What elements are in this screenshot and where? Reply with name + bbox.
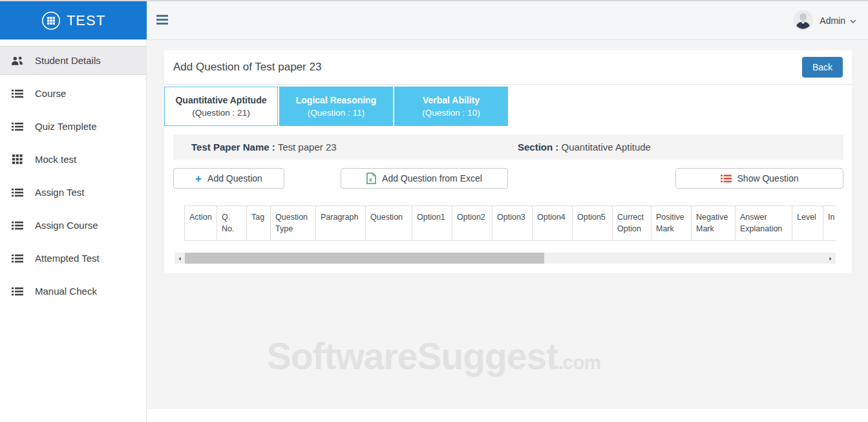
tab-question-count: (Question : 21) — [192, 107, 249, 119]
section-tabs: Quantitative Aptitude(Question : 21)Logi… — [164, 87, 852, 126]
hamburger-menu-icon[interactable] — [156, 15, 168, 25]
column-header-currect-option: Currect Option — [613, 206, 651, 241]
show-question-button[interactable]: Show Question — [675, 168, 843, 189]
logo-text: TEST — [67, 12, 105, 29]
scroll-left-icon[interactable]: ◄ — [176, 253, 183, 263]
panel-header: Add Question of Test paper 23 Back — [164, 50, 852, 85]
sidebar-item-assign-course[interactable]: Assign Course — [0, 211, 146, 240]
sidebar-item-assign-test[interactable]: Assign Test — [0, 178, 146, 207]
user-menu[interactable]: Admin — [793, 1, 856, 39]
grid-logo-icon — [41, 11, 61, 30]
main-panel: Add Question of Test paper 23 Back Quant… — [164, 50, 852, 273]
sidebar-item-label: Student Details — [35, 55, 101, 66]
topbar: TEST Admin — [0, 0, 868, 40]
content-area: Add Question of Test paper 23 Back Quant… — [147, 40, 868, 409]
list-icon — [721, 174, 732, 183]
horizontal-scrollbar[interactable]: ◄ ► — [175, 253, 836, 264]
column-header-option1: Option1 — [412, 206, 452, 241]
sidebar-item-label: Mock test — [35, 154, 76, 165]
tab-title: Logical Reasoning — [296, 94, 376, 107]
sidebar-item-course[interactable]: Course — [0, 79, 146, 108]
column-header-q-no-: Q. No. — [217, 206, 247, 241]
tab-question-count: (Question : 10) — [422, 107, 480, 119]
column-header-question-type: Question Type — [271, 206, 316, 241]
svg-text:x: x — [369, 176, 372, 183]
list-icon — [11, 89, 24, 98]
list-icon — [11, 221, 24, 230]
column-header-option5: Option5 — [573, 206, 613, 241]
column-header-level: Level — [792, 206, 823, 241]
actions-row: + Add Question x Add Question from Excel — [173, 168, 843, 189]
add-question-from-excel-button[interactable]: x Add Question from Excel — [341, 168, 508, 189]
tab-verbal-ability[interactable]: Verbal Ability(Question : 10) — [394, 87, 508, 126]
column-header-positive-mark: Positive Mark — [651, 206, 692, 241]
list-icon — [11, 287, 24, 296]
user-avatar-icon — [793, 10, 813, 30]
list-icon — [11, 122, 24, 131]
tab-question-count: (Question : 11) — [308, 107, 365, 119]
sidebar-item-student-details[interactable]: Student Details — [0, 46, 146, 75]
add-question-button[interactable]: + Add Question — [173, 168, 284, 189]
tab-quantitative-aptitude[interactable]: Quantitative Aptitude(Question : 21) — [164, 87, 278, 126]
sidebar-item-manual-check[interactable]: Manual Check — [0, 277, 146, 306]
sidebar-item-label: Course — [35, 88, 66, 99]
plus-icon: + — [195, 173, 202, 184]
question-table-wrap: ActionQ. No.TagQuestion TypeParagraphQue… — [184, 206, 836, 241]
sidebar-item-label: Attempted Test — [35, 253, 100, 264]
tab-title: Verbal Ability — [423, 94, 480, 107]
users-icon — [11, 56, 24, 66]
chevron-down-icon — [850, 15, 856, 26]
tab-logical-reasoning[interactable]: Logical Reasoning(Question : 11) — [279, 87, 393, 126]
admin-label: Admin — [820, 16, 845, 26]
column-header-action: Action — [185, 206, 217, 241]
sidebar-item-label: Manual Check — [35, 286, 97, 297]
test-paper-name: Test Paper Name : Test paper 23 — [191, 142, 518, 153]
column-header-paragraph: Paragraph — [316, 206, 366, 241]
list-icon — [11, 188, 24, 197]
column-header-negative-mark: Negative Mark — [692, 206, 736, 241]
column-header-in: In — [823, 206, 836, 241]
column-header-tag: Tag — [247, 206, 271, 241]
grid-icon — [11, 154, 24, 164]
sidebar-item-attempted-test[interactable]: Attempted Test — [0, 244, 146, 273]
question-table: ActionQ. No.TagQuestion TypeParagraphQue… — [184, 206, 836, 241]
table-header-row: ActionQ. No.TagQuestion TypeParagraphQue… — [185, 206, 836, 241]
sidebar-item-label: Assign Course — [35, 220, 98, 231]
page-title: Add Question of Test paper 23 — [173, 61, 321, 74]
sidebar-item-mock-test[interactable]: Mock test — [0, 145, 146, 174]
scroll-right-icon[interactable]: ► — [827, 253, 834, 263]
sidebar: Student DetailsCourseQuiz TempleteMock t… — [0, 40, 147, 422]
sidebar-item-label: Quiz Templete — [35, 121, 97, 132]
tab-title: Quantitative Aptitude — [175, 94, 266, 107]
sidebar-item-label: Assign Test — [35, 187, 84, 198]
sidebar-item-quiz-templete[interactable]: Quiz Templete — [0, 112, 146, 141]
column-header-option2: Option2 — [452, 206, 492, 241]
back-button[interactable]: Back — [802, 57, 843, 78]
app-logo: TEST — [0, 1, 147, 39]
test-paper-info-bar: Test Paper Name : Test paper 23 Section … — [173, 134, 843, 160]
column-header-option3: Option3 — [492, 206, 533, 241]
excel-file-icon: x — [366, 173, 376, 184]
column-header-option4: Option4 — [533, 206, 573, 241]
section-name: Section : Quantitative Aptitude — [518, 142, 651, 153]
scrollbar-thumb[interactable] — [185, 253, 544, 264]
list-icon — [11, 254, 24, 263]
column-header-question: Question — [366, 206, 412, 241]
column-header-answer-explanation: Answer Explanation — [736, 206, 792, 241]
